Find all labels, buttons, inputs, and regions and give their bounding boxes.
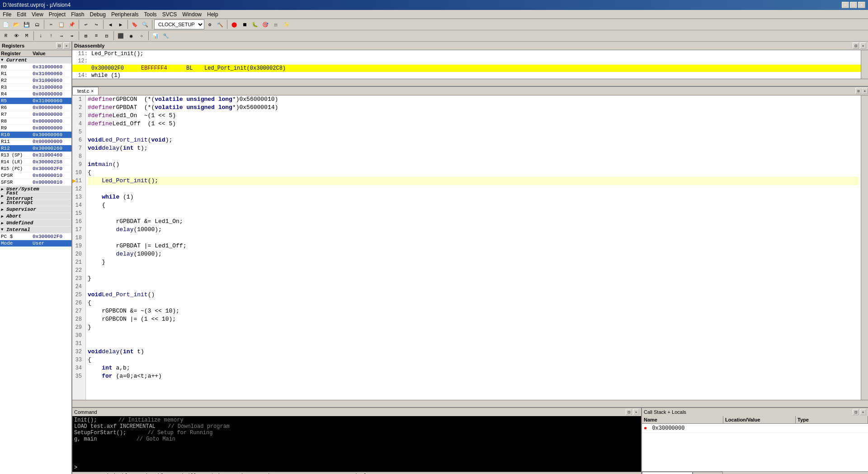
step-over-btn[interactable]: ⇒ — [57, 31, 66, 41]
registers-close-btn[interactable]: × — [63, 43, 70, 49]
expand-icon-interrupt[interactable]: ▶ — [1, 200, 6, 205]
save-btn[interactable]: 💾 — [22, 19, 32, 29]
reg-row-mode[interactable]: Mode User — [0, 240, 71, 247]
cs-float-btn[interactable]: ⊡ — [853, 409, 859, 415]
reg-row-r1[interactable]: R1 0x31000060 — [0, 71, 71, 77]
step-out-btn[interactable]: ↑ — [46, 31, 56, 41]
close-button[interactable]: × — [858, 2, 865, 8]
reg-row-r2[interactable]: R2 0x31000060 — [0, 77, 71, 84]
cs-tab-callstack[interactable]: Call Stack + Locals — [642, 472, 693, 474]
run-btn[interactable]: ⬤ — [229, 19, 239, 29]
reg-row-pc-dollar[interactable]: PC $ 0x300002F0 — [0, 233, 71, 240]
debug-btn[interactable]: 🐛 — [250, 19, 260, 29]
cs-close-btn[interactable]: × — [860, 409, 866, 415]
clock-setup-dropdown[interactable]: CLOCK_SETUP — [154, 19, 204, 29]
locals-btn[interactable]: ⊟ — [102, 31, 112, 41]
reg-row-r12[interactable]: R12 0x30000260 — [0, 145, 71, 152]
registers-btn[interactable]: R — [1, 31, 11, 41]
reg-row-r6[interactable]: R6 0x00000000 — [0, 104, 71, 111]
expand-icon-undefined[interactable]: ▶ — [1, 221, 6, 226]
menu-edit[interactable]: Edit — [14, 10, 29, 19]
save-all-btn[interactable]: 🗂 — [32, 19, 42, 29]
stop-btn[interactable]: ⏹ — [240, 19, 250, 29]
reg-row-r11[interactable]: R11 0x00000000 — [0, 138, 71, 145]
perf-btn[interactable]: 📊 — [151, 31, 160, 41]
magic-btn[interactable]: ✨ — [281, 19, 291, 29]
new-file-btn[interactable]: 📄 — [1, 19, 11, 29]
code-line-11: Led_Port_init(); — [88, 177, 859, 185]
disasm-close-btn[interactable]: × — [860, 43, 866, 49]
extra-btn[interactable]: 🔧 — [161, 31, 171, 41]
cs-tab-memory1[interactable]: Memory 1 — [693, 472, 723, 474]
expand-icon-fast[interactable]: ▶ — [1, 194, 6, 199]
command-input[interactable] — [79, 465, 639, 471]
reg-row-r9[interactable]: R9 0x00000000 — [0, 125, 71, 132]
registers-float-btn[interactable]: ⊡ — [56, 43, 62, 49]
bp-btn[interactable]: ⬛ — [116, 31, 126, 41]
bp2-btn[interactable]: ◉ — [126, 31, 136, 41]
expand-icon-internal[interactable]: ▼ — [1, 228, 6, 232]
fwd-btn[interactable]: ▶ — [116, 19, 126, 29]
menu-svcs[interactable]: SVCS — [160, 10, 180, 19]
bp3-btn[interactable]: ⬦ — [137, 31, 146, 41]
cmd-float-btn[interactable]: ⊡ — [626, 409, 632, 415]
menu-debug[interactable]: Debug — [87, 10, 108, 19]
reg-row-sfsr[interactable]: SFSR 0x00000010 — [0, 179, 71, 186]
disasm-float-btn[interactable]: ⊡ — [853, 43, 859, 49]
minimize-button[interactable]: − — [842, 2, 849, 8]
copy-btn[interactable]: 📋 — [57, 19, 66, 29]
reg-row-r3[interactable]: R3 0x31000060 — [0, 84, 71, 91]
expand-icon[interactable]: ▼ — [1, 58, 6, 62]
disasm-scrollbar-v[interactable] — [861, 50, 868, 79]
menu-flash[interactable]: Flash — [68, 10, 87, 19]
build-btn[interactable]: 🔨 — [215, 19, 225, 29]
back-btn[interactable]: ◀ — [105, 19, 115, 29]
reg-row-r14[interactable]: R14 (LR) 0x300002S8 — [0, 159, 71, 166]
redo-btn[interactable]: ↪ — [91, 19, 101, 29]
reg-row-r10[interactable]: R10 0x30000060 — [0, 132, 71, 138]
code-editor-content[interactable]: 1 2 3 4 5 6 7 8 9 10 ▶ 11 — [72, 95, 861, 400]
undo-btn[interactable]: ↩ — [81, 19, 91, 29]
reg-row-r0[interactable]: R0 0x31000060 — [0, 64, 71, 71]
expand-icon-user[interactable]: ▶ — [1, 187, 6, 192]
watch-btn[interactable]: 👁 — [11, 31, 21, 41]
expand-icon-abort[interactable]: ▶ — [1, 214, 6, 219]
paste-btn[interactable]: 📌 — [67, 19, 77, 29]
run-to-btn[interactable]: ↠ — [67, 31, 77, 41]
search-btn[interactable]: 🔍 — [140, 19, 150, 29]
reg-row-r8[interactable]: R8 0x00000000 — [0, 118, 71, 125]
mem-btn[interactable]: M — [22, 31, 32, 41]
settings-btn[interactable]: ⚙ — [205, 19, 215, 29]
step-in-btn[interactable]: ↓ — [36, 31, 46, 41]
tab-close-icon[interactable]: × — [91, 89, 94, 94]
open-btn[interactable]: 📂 — [11, 19, 21, 29]
reg-row-r4[interactable]: R4 0x00000000 — [0, 91, 71, 98]
menu-tools[interactable]: Tools — [142, 10, 160, 19]
menu-help[interactable]: Help — [204, 10, 221, 19]
menu-peripherals[interactable]: Peripherals — [108, 10, 142, 19]
code-scrollbar-v[interactable] — [861, 95, 868, 400]
disasm2-btn[interactable]: ⊞ — [81, 31, 91, 41]
code-tab-test-c[interactable]: test.c × — [72, 87, 99, 95]
menu-project[interactable]: Project — [46, 10, 68, 19]
code-float-btn[interactable]: ⊡ — [855, 88, 862, 94]
cut-btn[interactable]: ✂ — [46, 19, 56, 29]
disasm-scrollbar-h[interactable] — [72, 79, 868, 86]
stack-btn[interactable]: ≡ — [91, 31, 101, 41]
reg-row-cpsr[interactable]: CPSR 0x60000010 — [0, 172, 71, 179]
restore-button[interactable]: □ — [850, 2, 857, 8]
code-close-btn[interactable]: × — [862, 88, 868, 94]
menu-view[interactable]: View — [29, 10, 46, 19]
menu-window[interactable]: Window — [179, 10, 204, 19]
reg-row-r7[interactable]: R7 0x00000000 — [0, 111, 71, 118]
code-scrollbar-h[interactable] — [72, 400, 868, 407]
bookmark-btn[interactable]: 🔖 — [130, 19, 140, 29]
reg-row-r5[interactable]: R5 0x31000060 — [0, 98, 71, 104]
flash-btn[interactable]: ▤ — [271, 19, 281, 29]
target-btn[interactable]: 🎯 — [260, 19, 270, 29]
cmd-close-btn[interactable]: × — [633, 409, 639, 415]
reg-row-r15[interactable]: R15 (PC) 0x300002F0 — [0, 166, 71, 172]
menu-file[interactable]: File — [0, 10, 14, 19]
reg-row-r13[interactable]: R13 (SP) 0x31000460 — [0, 152, 71, 159]
expand-icon-supervisor[interactable]: ▶ — [1, 207, 6, 212]
